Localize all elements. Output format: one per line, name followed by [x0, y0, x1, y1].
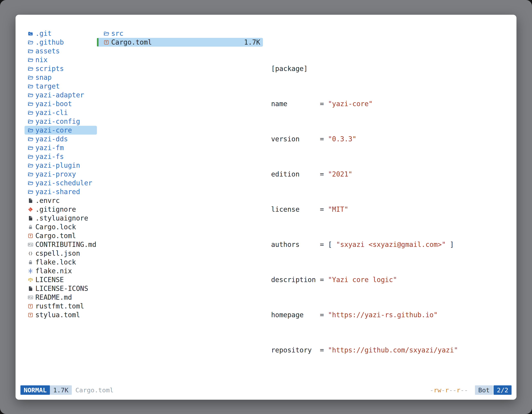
parent-dir-item[interactable]: .git	[25, 29, 97, 38]
file-name: yazi-dds	[35, 135, 68, 143]
toml-icon	[27, 312, 34, 318]
parent-dir-item[interactable]: .styluaignore	[25, 214, 97, 222]
desktop-background: .git .github assets nix	[0, 0, 532, 414]
parent-dir-item[interactable]: rustfmt.toml	[25, 302, 97, 310]
parent-dir-item[interactable]: yazi-scheduler	[25, 179, 97, 187]
file-name: yazi-plugin	[35, 161, 80, 170]
file-name: flake.lock	[35, 258, 76, 267]
file-name: .github	[35, 38, 64, 47]
folder-icon	[27, 163, 34, 169]
parent-dir-item[interactable]: Cargo.lock	[25, 222, 97, 231]
status-bar: NORMAL 1.7K Cargo.toml -rw-r--r-- Bot 2/…	[20, 385, 512, 395]
file-name: LICENSE-ICONS	[35, 284, 88, 293]
parent-dir-item[interactable]: yazi-fm	[25, 143, 97, 152]
folder-icon	[27, 189, 34, 195]
file-name: snap	[35, 73, 52, 82]
file-name: target	[35, 82, 60, 91]
hover-marker	[97, 29, 99, 38]
md-icon	[27, 241, 34, 248]
parent-dir-item[interactable]: CONTRIBUTING.md	[25, 240, 97, 249]
parent-directory-pane: .git .github assets nix	[25, 29, 97, 319]
current-directory-pane: src Cargo.toml 1.7K	[97, 29, 263, 47]
current-dir-item[interactable]: src	[97, 29, 263, 38]
parent-dir-item[interactable]: yazi-proxy	[25, 170, 97, 179]
hovered-file-name: Cargo.toml	[76, 385, 114, 395]
toml-icon	[103, 39, 109, 45]
parent-dir-item[interactable]: README.md	[25, 293, 97, 302]
preview-line: authors = [ "sxyazi <sxyazi@gmail.com>" …	[271, 240, 512, 249]
folder-icon	[27, 83, 34, 89]
git-icon	[27, 206, 34, 212]
parent-dir-item[interactable]: flake.nix	[25, 267, 97, 275]
parent-dir-item[interactable]: yazi-shared	[25, 187, 97, 196]
json-icon	[27, 250, 34, 257]
preview-line: description = "Yazi core logic"	[271, 275, 512, 284]
file-name: scripts	[35, 64, 64, 73]
parent-dir-item[interactable]: yazi-core	[25, 126, 97, 135]
file-manager-panes: .git .github assets nix	[16, 15, 516, 384]
file-name: yazi-scheduler	[35, 179, 92, 187]
file-name: yazi-fm	[35, 143, 64, 152]
folder-icon	[27, 110, 34, 116]
preview-line: name = "yazi-core"	[271, 99, 512, 108]
file-name: README.md	[35, 293, 72, 302]
license-icon	[27, 277, 34, 283]
folder-icon	[27, 136, 34, 142]
preview-line: version = "0.3.3"	[271, 135, 512, 143]
folder-icon	[27, 171, 34, 177]
parent-dir-item[interactable]: snap	[25, 73, 97, 82]
file-permissions: -rw-r--r--	[430, 385, 468, 395]
parent-dir-item[interactable]: yazi-cli	[25, 108, 97, 117]
file-name: cspell.json	[35, 249, 80, 258]
file-name: .envrc	[35, 196, 60, 205]
file-name: yazi-proxy	[35, 170, 76, 179]
file-name: yazi-cli	[35, 108, 68, 117]
file-icon	[27, 215, 34, 221]
parent-dir-item[interactable]: target	[25, 82, 97, 91]
parent-dir-item[interactable]: yazi-fs	[25, 152, 97, 161]
folder-icon	[27, 92, 34, 98]
parent-dir-item[interactable]: flake.lock	[25, 258, 97, 267]
folder-icon	[27, 75, 34, 81]
parent-dir-item[interactable]: scripts	[25, 64, 97, 73]
file-name: stylua.toml	[35, 310, 80, 319]
parent-dir-item[interactable]: Cargo.toml	[25, 231, 97, 240]
file-name: flake.nix	[35, 267, 72, 275]
file-name: yazi-core	[35, 126, 72, 135]
toml-icon	[27, 303, 34, 309]
file-icon	[27, 286, 34, 292]
parent-dir-item[interactable]: yazi-plugin	[25, 161, 97, 170]
file-name: yazi-shared	[35, 187, 80, 196]
parent-dir-item[interactable]: .envrc	[25, 196, 97, 205]
file-icon	[27, 198, 34, 204]
preview-line: repository = "https://github.com/sxyazi/…	[271, 346, 512, 355]
preview-line: edition = "2021"	[271, 170, 512, 179]
parent-dir-item[interactable]: yazi-config	[25, 117, 97, 126]
parent-dir-item[interactable]: assets	[25, 47, 97, 55]
file-name: Cargo.toml	[35, 231, 76, 240]
parent-dir-item[interactable]: stylua.toml	[25, 310, 97, 319]
parent-dir-item[interactable]: .gitignore	[25, 205, 97, 214]
parent-dir-item[interactable]: nix	[25, 55, 97, 64]
file-size-badge: 1.7K	[50, 385, 72, 395]
preview-line: license = "MIT"	[271, 205, 512, 214]
parent-dir-item[interactable]: LICENSE	[25, 275, 97, 284]
parent-dir-item[interactable]: yazi-boot	[25, 99, 97, 108]
toml-icon	[27, 233, 34, 239]
file-name: yazi-config	[35, 117, 80, 126]
preview-line: [package]	[271, 64, 512, 73]
file-name: yazi-adapter	[35, 91, 84, 99]
parent-dir-item[interactable]: cspell.json	[25, 249, 97, 258]
lock-icon	[27, 259, 34, 265]
parent-dir-item[interactable]: yazi-dds	[25, 135, 97, 143]
preview-line	[271, 381, 512, 384]
current-dir-item[interactable]: Cargo.toml 1.7K	[97, 38, 263, 47]
file-name: Cargo.lock	[35, 222, 76, 231]
parent-dir-item[interactable]: yazi-adapter	[25, 91, 97, 99]
file-name: .styluaignore	[35, 214, 88, 222]
parent-dir-item[interactable]: .github	[25, 38, 97, 47]
file-name: src	[111, 29, 124, 38]
file-name: .git	[35, 29, 52, 38]
parent-dir-item[interactable]: LICENSE-ICONS	[25, 284, 97, 293]
file-name: assets	[35, 47, 60, 55]
